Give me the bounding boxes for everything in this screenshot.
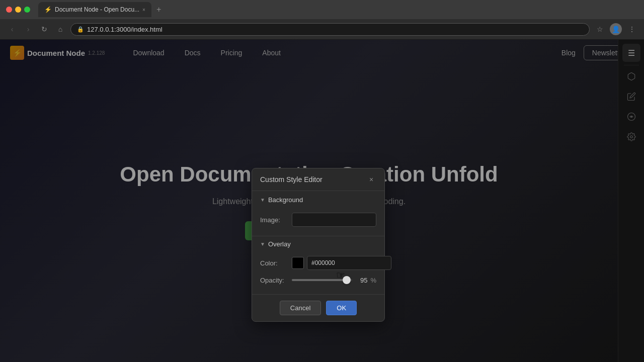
window-controls	[6, 7, 30, 13]
profile-icon: 👤	[612, 26, 620, 33]
main-content: ⚡ Document Node 1.2.128 Download Docs Pr…	[0, 40, 644, 362]
address-bar-row: ‹ › ↻ ⌂ 🔒 127.0.0.1:3000/index.html ☆ 👤 …	[0, 19, 644, 39]
custom-style-editor-dialog: Custom Style Editor × ▼ Background Image…	[252, 168, 385, 322]
background-section-header[interactable]: ▼ Background	[252, 191, 384, 209]
color-field	[292, 256, 391, 270]
color-input[interactable]	[307, 256, 391, 270]
tab-close-icon[interactable]: ×	[142, 7, 145, 13]
dialog-footer: Cancel OK	[252, 294, 384, 321]
slider-fill	[292, 279, 349, 281]
slider-thumb[interactable]	[343, 276, 351, 284]
new-tab-button[interactable]: +	[153, 3, 164, 16]
background-arrow-icon: ▼	[260, 197, 265, 203]
overlay-section-label: Overlay	[268, 240, 291, 248]
color-swatch[interactable]	[292, 257, 304, 269]
dialog-header: Custom Style Editor ×	[252, 168, 384, 191]
image-input[interactable]	[292, 213, 376, 227]
window-minimize-button[interactable]	[15, 7, 21, 13]
color-form-row: Color:	[260, 256, 376, 270]
nav-forward-button[interactable]: ›	[22, 23, 34, 35]
bookmark-button[interactable]: ☆	[594, 23, 606, 35]
browser-tab[interactable]: ⚡ Document Node - Open Docu... ×	[38, 2, 151, 17]
opacity-value: 95	[355, 277, 367, 284]
background-section-content: Image:	[252, 209, 384, 236]
overlay-arrow-icon: ▼	[260, 241, 265, 247]
image-label: Image:	[260, 216, 288, 224]
profile-button[interactable]: 👤	[610, 23, 622, 35]
opacity-unit: %	[370, 277, 376, 284]
overlay-section-content: Color: Opacity:	[252, 252, 384, 294]
nav-home-button[interactable]: ⌂	[54, 23, 66, 35]
tab-favicon: ⚡	[44, 6, 52, 13]
dialog-body: ▼ Background Image: ▼ Overlay Color:	[252, 191, 384, 294]
background-section-label: Background	[268, 196, 303, 204]
dialog-title: Custom Style Editor	[260, 175, 323, 184]
address-bar[interactable]: 🔒 127.0.0.1:3000/index.html	[70, 23, 590, 36]
tab-title: Document Node - Open Docu...	[55, 6, 139, 13]
lock-icon: 🔒	[77, 26, 84, 33]
window-maximize-button[interactable]	[24, 7, 30, 13]
cancel-button[interactable]: Cancel	[280, 301, 321, 315]
title-bar: ⚡ Document Node - Open Docu... × +	[0, 0, 644, 19]
opacity-slider[interactable]	[292, 275, 352, 285]
browser-chrome: ⚡ Document Node - Open Docu... × + ‹ › ↻…	[0, 0, 644, 40]
tab-bar: ⚡ Document Node - Open Docu... × +	[34, 2, 638, 17]
dialog-close-button[interactable]: ×	[366, 174, 376, 185]
toolbar-right: ☆ 👤 ⋮	[594, 23, 638, 35]
url-text: 127.0.0.1:3000/index.html	[87, 26, 163, 33]
opacity-label: Opacity:	[260, 277, 288, 284]
window-close-button[interactable]	[6, 7, 12, 13]
color-label: Color:	[260, 259, 288, 267]
overlay-section-header[interactable]: ▼ Overlay	[252, 236, 384, 252]
image-form-row: Image:	[260, 213, 376, 227]
nav-back-button[interactable]: ‹	[6, 23, 18, 35]
nav-refresh-button[interactable]: ↻	[38, 23, 50, 35]
browser-menu-button[interactable]: ⋮	[626, 23, 638, 35]
opacity-form-row: Opacity: 95 %	[260, 275, 376, 285]
ok-button[interactable]: OK	[326, 301, 357, 315]
opacity-field: 95 %	[292, 275, 376, 285]
